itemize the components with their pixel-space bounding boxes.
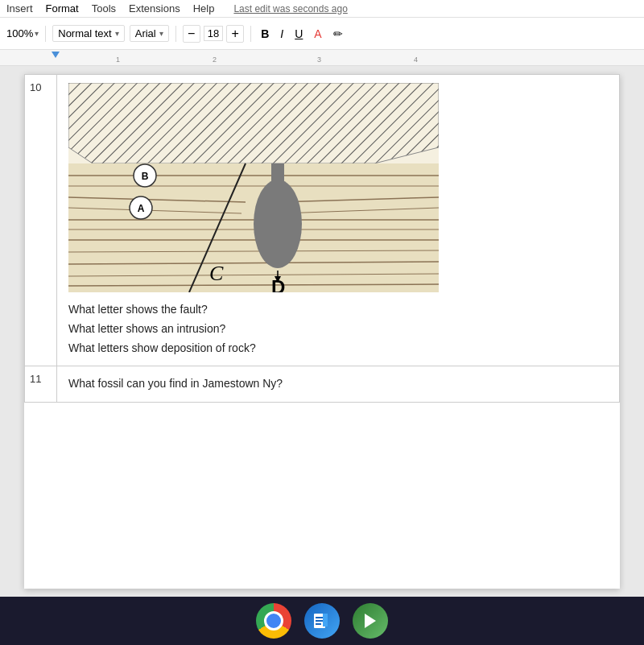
document-area: 10 bbox=[0, 66, 644, 597]
menu-extensions[interactable]: Extensions bbox=[129, 2, 180, 14]
ruler-mark-2: 2 bbox=[213, 56, 217, 64]
font-chevron-icon: ▾ bbox=[159, 29, 163, 38]
taskbar bbox=[0, 597, 644, 645]
menu-tools[interactable]: Tools bbox=[92, 2, 116, 14]
label-b-text: B bbox=[142, 171, 149, 182]
font-label: Arial bbox=[135, 27, 156, 39]
geology-diagram: B A C D bbox=[68, 83, 439, 292]
chrome-icon[interactable] bbox=[256, 603, 291, 639]
intrusion-body bbox=[254, 180, 302, 268]
ruler-mark-3: 3 bbox=[317, 56, 321, 64]
font-color-button[interactable]: A bbox=[311, 26, 324, 42]
zoom-chevron-icon: ▾ bbox=[35, 29, 39, 38]
files-icon[interactable] bbox=[304, 603, 340, 639]
font-size-increase-button[interactable]: + bbox=[226, 25, 244, 43]
underline-button[interactable]: U bbox=[291, 26, 306, 42]
row-number-11: 11 bbox=[25, 366, 57, 403]
middle-layer-bg bbox=[68, 163, 439, 292]
svg-marker-5 bbox=[365, 614, 376, 628]
text-style-dropdown[interactable]: Normal text ▾ bbox=[52, 25, 124, 42]
play-store-icon[interactable] bbox=[353, 603, 388, 639]
row-number-10: 10 bbox=[25, 75, 57, 366]
svg-rect-3 bbox=[316, 620, 324, 622]
zoom-value: 100% bbox=[6, 27, 33, 39]
ruler-mark-1: 1 bbox=[116, 56, 120, 64]
intrusion-neck bbox=[271, 163, 284, 188]
bold-button[interactable]: B bbox=[258, 26, 272, 42]
separator-2 bbox=[175, 26, 176, 42]
document-table: 10 bbox=[24, 74, 620, 403]
question-block-10: What letter shows the fault? What letter… bbox=[68, 300, 608, 358]
question-10-1: What letter shows the fault? bbox=[68, 300, 608, 320]
font-size-value[interactable]: 18 bbox=[204, 26, 223, 41]
svg-rect-2 bbox=[316, 617, 324, 618]
last-edit-status: Last edit was seconds ago bbox=[233, 3, 347, 14]
row-content-10: B A C D bbox=[57, 75, 620, 366]
question-10-2: What letter shows an intrusion? bbox=[68, 320, 608, 339]
menu-help[interactable]: Help bbox=[193, 2, 215, 14]
ruler-triangle-icon bbox=[52, 52, 60, 58]
svg-rect-4 bbox=[316, 623, 321, 625]
highlight-button[interactable]: ✏ bbox=[330, 26, 346, 42]
text-style-label: Normal text bbox=[58, 27, 111, 39]
toolbar: 100% ▾ Normal text ▾ Arial ▾ − 18 + B I … bbox=[0, 18, 644, 50]
text-style-chevron-icon: ▾ bbox=[115, 29, 119, 38]
italic-button[interactable]: I bbox=[277, 26, 287, 42]
ruler-content: 1 2 3 4 bbox=[3, 50, 641, 65]
row-content-11: What fossil can you find in Jamestown Ny… bbox=[57, 366, 620, 403]
label-c-text: C bbox=[209, 262, 224, 285]
separator-1 bbox=[45, 26, 46, 42]
zoom-control[interactable]: 100% ▾ bbox=[6, 27, 39, 39]
menu-format[interactable]: Format bbox=[46, 2, 79, 14]
font-dropdown[interactable]: Arial ▾ bbox=[130, 25, 169, 42]
menu-bar: Insert Format Tools Extensions Help Last… bbox=[0, 0, 644, 18]
question-10-3: What letters show deposition of rock? bbox=[68, 339, 608, 358]
top-layer bbox=[68, 83, 439, 163]
ruler-mark-4: 4 bbox=[414, 56, 418, 64]
question-11-1: What fossil can you find in Jamestown Ny… bbox=[68, 374, 608, 394]
separator-3 bbox=[250, 26, 251, 42]
table-row: 11 What fossil can you find in Jamestown… bbox=[25, 366, 620, 403]
label-d-text: D bbox=[271, 276, 285, 292]
ruler: 1 2 3 4 bbox=[0, 50, 644, 66]
menu-insert[interactable]: Insert bbox=[6, 2, 33, 14]
font-size-decrease-button[interactable]: − bbox=[183, 25, 200, 43]
table-row: 10 bbox=[25, 75, 620, 366]
document-page: 10 bbox=[24, 74, 620, 589]
font-size-control: − 18 + bbox=[183, 25, 244, 43]
label-a-text: A bbox=[138, 203, 145, 214]
geology-svg: B A C D bbox=[68, 83, 439, 292]
